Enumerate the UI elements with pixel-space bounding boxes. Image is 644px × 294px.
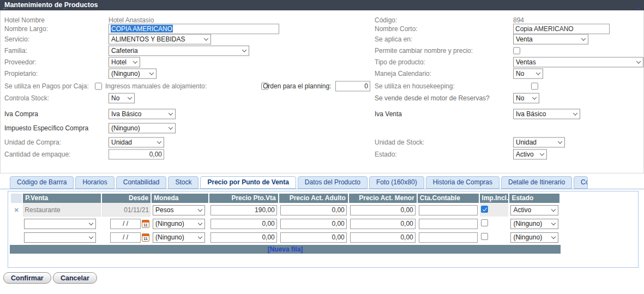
cell-precio-act-adulto (279, 231, 348, 244)
cell-estado: Activo (509, 203, 559, 217)
tab-foto[interactable]: Foto (160x80) (369, 176, 424, 189)
confirm-button[interactable]: Confirmar (3, 272, 51, 284)
precio-act-menor-input[interactable] (350, 219, 416, 229)
housekeeping-checkbox[interactable] (531, 82, 538, 89)
window-title: Mantenimiento de Productos (0, 0, 644, 10)
maneja-calendario-select[interactable]: No (513, 68, 543, 79)
cancel-button[interactable]: Cancelar (53, 272, 97, 284)
pagos-por-caja-label: Se utiliza en Pagos por Caja: (4, 82, 89, 90)
iva-venta-select[interactable]: Iva Básico (513, 109, 580, 119)
servicio-select[interactable]: ALIMENTOS Y BEBIDAS (109, 34, 211, 44)
tab-scroll-left-icon[interactable]: ← (2, 3, 9, 11)
precio-pto-vta-input[interactable] (210, 205, 277, 215)
cell-precio-act-menor (349, 217, 417, 230)
moneda-select[interactable]: (Ninguno) (153, 232, 205, 243)
propietario-select[interactable]: (Ninguno) (109, 68, 157, 79)
estado-row-select[interactable]: (Ninguno) (510, 219, 558, 229)
familia-select[interactable]: Cafeteria (109, 45, 249, 56)
nombre-largo-input[interactable]: COPIA AMERICANO (109, 23, 279, 34)
se-aplica-en-select[interactable]: Venta (513, 34, 588, 44)
cta-contable-input[interactable] (419, 219, 478, 229)
unidad-stock-select[interactable]: Unidad (513, 137, 565, 147)
precio-act-adulto-input[interactable] (280, 205, 347, 215)
precio-act-menor-input[interactable] (350, 232, 416, 243)
estado-row-value: (Ninguno) (513, 233, 542, 241)
cell-estado: (Ninguno) (509, 231, 559, 244)
tab-datos-del-producto[interactable]: Datos del Producto (298, 176, 368, 189)
cantidad-empaque-label: Cantidad de empaque: (4, 151, 70, 158)
row-selector[interactable] (11, 231, 22, 244)
cell-moneda: (Ninguno) (152, 231, 208, 244)
p-venta-select[interactable] (24, 232, 96, 243)
chevron-down-icon (168, 111, 173, 115)
orden-planning-input[interactable] (335, 81, 370, 91)
precio-pto-vta-input[interactable] (210, 232, 277, 243)
propietario-label: Propietario: (4, 70, 38, 77)
nombre-corto-label: Nombre Corto: (375, 25, 418, 33)
cell-cta-contable (418, 231, 479, 244)
moneda-select[interactable]: (Ninguno) (153, 219, 205, 229)
estado-row-select[interactable]: (Ninguno) (510, 232, 558, 243)
chevron-down-icon (198, 220, 202, 225)
imp-incl-checkbox[interactable] (481, 233, 488, 240)
precio-act-adulto-input[interactable] (280, 219, 347, 229)
precio-pto-vta-input[interactable] (210, 219, 277, 229)
chevron-down-icon (149, 70, 154, 75)
tab-precio-por-punto-de-venta[interactable]: Precio por Punto de Venta (200, 176, 296, 189)
moneda-select[interactable]: Pesos (153, 205, 205, 215)
desde-date-input[interactable] (110, 232, 141, 243)
imp-incl-checkbox[interactable] (481, 206, 488, 213)
row-selector[interactable] (11, 217, 22, 230)
estado-row-value: Activo (513, 206, 531, 214)
tab-codigo-de-barra[interactable]: Código de Barrra (10, 176, 74, 189)
proveedor-select[interactable]: Hotel (109, 57, 140, 67)
calendar-icon[interactable] (142, 233, 149, 242)
estado-row-select[interactable]: Activo (510, 205, 558, 215)
cell-precio-act-menor (349, 231, 417, 244)
motor-reservas-select[interactable]: No (513, 93, 539, 103)
cta-contable-input[interactable] (419, 205, 478, 215)
chevron-down-icon (558, 139, 562, 143)
cta-contable-input[interactable] (419, 232, 478, 243)
tab-contabilidad[interactable]: Contabilidad (116, 176, 167, 189)
controla-stock-select[interactable]: No (109, 93, 135, 103)
chevron-down-icon (128, 95, 132, 99)
tab-horarios[interactable]: Horarios (75, 176, 114, 189)
estado-select[interactable]: Activo (513, 149, 547, 159)
col-desde: Desde (102, 194, 151, 203)
chevron-down-icon (551, 234, 556, 238)
cell-precio-pto-vta (209, 217, 278, 230)
unidad-stock-value: Unidad (516, 139, 537, 146)
chevron-down-icon (540, 151, 544, 155)
moneda-value: (Ninguno) (155, 233, 184, 241)
chevron-down-icon (242, 47, 246, 52)
tipo-producto-select[interactable]: Ventas (513, 57, 643, 67)
permite-cambiar-checkbox[interactable] (513, 47, 520, 54)
motor-reservas-label: Se vende desde el motor de Reservas? (375, 94, 490, 102)
p-venta-select[interactable] (24, 219, 96, 229)
calendar-icon[interactable] (142, 220, 149, 228)
desde-date-input[interactable] (110, 219, 141, 229)
impuesto-especifico-select[interactable]: (Ninguno) (109, 123, 176, 133)
grid-row-empty-1: (Ninguno) (Ninguno) (11, 217, 559, 230)
nombre-corto-input[interactable] (513, 23, 610, 34)
tab-scroll-right-icon[interactable]: → (634, 3, 642, 11)
tab-stock[interactable]: Stock (168, 176, 198, 189)
imp-incl-checkbox[interactable] (481, 219, 488, 226)
tab-truncated[interactable]: Co (574, 176, 588, 189)
chevron-down-icon (133, 59, 137, 63)
iva-compra-select[interactable]: Iva Básico (109, 109, 176, 119)
unidad-compra-select[interactable]: Unidad (109, 137, 164, 147)
pagos-por-caja-checkbox[interactable] (95, 82, 102, 89)
tab-detalle-de-itinerario[interactable]: Detalle de Itinerario (501, 176, 572, 189)
new-row-link[interactable]: [Nueva fila] (268, 245, 303, 253)
precio-act-adulto-input[interactable] (280, 232, 347, 243)
cell-estado: (Ninguno) (509, 217, 559, 230)
motor-reservas-value: No (516, 94, 524, 102)
cantidad-empaque-input[interactable] (109, 149, 164, 159)
product-form: Hotel Nombre Hotel Anastasio Código: 894… (0, 10, 644, 173)
precio-act-menor-input[interactable] (350, 205, 416, 215)
tab-historia-de-compras[interactable]: Historia de Compras (426, 176, 499, 189)
chevron-down-icon (157, 139, 161, 143)
delete-row-icon[interactable]: ✕ (11, 203, 22, 217)
